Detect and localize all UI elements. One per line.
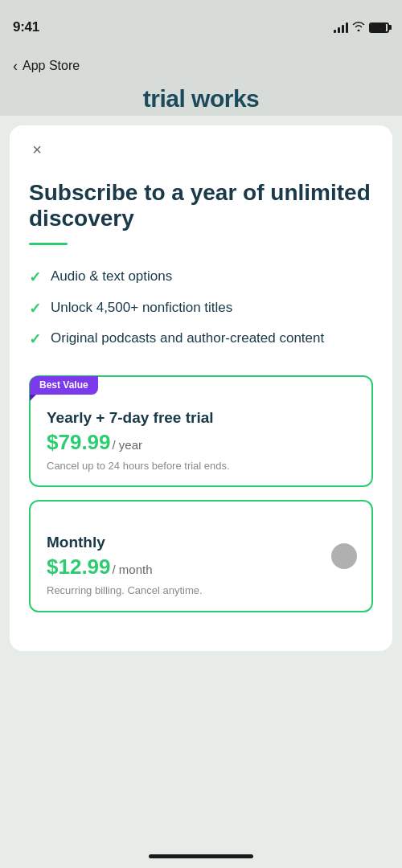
monthly-period: / month xyxy=(113,563,153,576)
monthly-note: Recurring billing. Cancel anytime. xyxy=(47,584,355,598)
best-value-badge: Best Value xyxy=(30,376,98,395)
feature-item: ✓ Original podcasts and author-created c… xyxy=(29,330,373,349)
green-underline xyxy=(29,243,68,245)
close-icon: × xyxy=(32,141,42,159)
check-icon: ✓ xyxy=(29,300,41,318)
yearly-price: $79.99 xyxy=(47,430,111,455)
close-button[interactable]: × xyxy=(26,138,48,161)
feature-text: Unlock 4,500+ nonfiction titles xyxy=(51,299,232,317)
battery-icon xyxy=(369,23,389,33)
feature-text: Audio & text options xyxy=(51,268,172,285)
yearly-period: / year xyxy=(113,438,143,452)
monthly-plan-title: Monthly xyxy=(47,534,355,551)
feature-text: Original podcasts and author-created con… xyxy=(51,330,324,347)
monthly-plan-card[interactable]: Monthly $12.99 / month Recurring billing… xyxy=(29,500,373,612)
check-icon: ✓ xyxy=(29,268,41,287)
wifi-icon xyxy=(352,21,365,34)
status-icons xyxy=(334,21,389,34)
monthly-price: $12.99 xyxy=(47,555,111,579)
yearly-plan-title: Yearly + 7-day free trial xyxy=(47,409,355,427)
app-title: trial works xyxy=(143,85,260,112)
feature-list: ✓ Audio & text options ✓ Unlock 4,500+ n… xyxy=(29,268,373,349)
status-bar: 9:41 xyxy=(0,0,402,48)
back-button[interactable]: ‹ App Store xyxy=(13,58,80,75)
back-label: App Store xyxy=(23,59,80,73)
feature-item: ✓ Audio & text options xyxy=(29,268,373,287)
monthly-price-row: $12.99 / month xyxy=(47,555,355,579)
top-title-area: trial works xyxy=(0,84,402,116)
radio-button[interactable] xyxy=(331,543,357,569)
nav-bar: ‹ App Store xyxy=(0,48,402,84)
signal-icon xyxy=(334,22,348,33)
chevron-left-icon: ‹ xyxy=(13,58,18,75)
feature-item: ✓ Unlock 4,500+ nonfiction titles xyxy=(29,299,373,318)
headline: Subscribe to a year of unlimited discove… xyxy=(29,180,373,231)
status-time: 9:41 xyxy=(13,19,39,35)
home-indicator xyxy=(149,854,253,858)
yearly-note: Cancel up to 24 hours before trial ends. xyxy=(47,460,355,473)
yearly-price-row: $79.99 / year xyxy=(47,430,355,455)
yearly-plan-card[interactable]: Best Value Yearly + 7-day free trial $79… xyxy=(29,375,373,488)
check-icon: ✓ xyxy=(29,330,41,349)
subscription-card: × Subscribe to a year of unlimited disco… xyxy=(10,125,392,651)
